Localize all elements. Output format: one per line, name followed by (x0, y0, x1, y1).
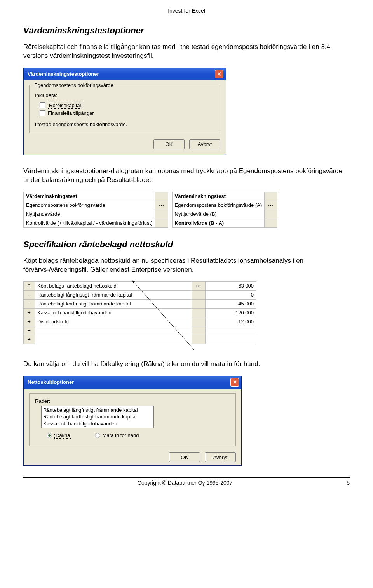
open-dialog-button[interactable]: ⋯ (192, 281, 206, 290)
cell: Räntebelagt kortfristigt främmande kapit… (35, 299, 192, 308)
dialog-title: Värdeminskningstestoptioner (28, 71, 99, 77)
open-dialog-button[interactable]: ⋯ (265, 201, 277, 210)
radio-manual[interactable] (95, 433, 100, 438)
cell: 63 000 (206, 281, 256, 290)
ok-button[interactable]: OK (169, 452, 200, 462)
impairment-options-dialog: Värdeminskningstestoptioner ✕ Egendomspo… (23, 68, 226, 155)
radio-calculate[interactable] (47, 433, 52, 438)
radio-label-calculate: Räkna (54, 432, 71, 439)
close-icon[interactable]: ✕ (215, 70, 223, 78)
groupbox-rows: Rader: Räntebelagt långfristigt främmand… (29, 393, 236, 446)
groupbox-legend: Egendomspostens bokföringsvärde (33, 82, 115, 88)
groupbox-footer-text: i testad egendomsposts bokföringsvärde. (35, 121, 214, 127)
dialog-titlebar: Nettoskuldoptioner ✕ (24, 376, 241, 389)
cell: Nyttjandevärde (B) (172, 210, 265, 219)
section1-heading: Värdeminskningstestoptioner (23, 26, 350, 36)
cell: Värdeminskningstest (24, 192, 155, 201)
list-item: Räntebelagt kortfristigt främmande kapit… (43, 413, 152, 420)
sign-cell: - (24, 290, 35, 299)
cell: Värdeminskningstest (172, 192, 265, 201)
cell: 120 000 (206, 308, 256, 317)
ok-button[interactable]: OK (153, 139, 185, 149)
cell: Nyttjandevärde (24, 210, 155, 219)
cell: Räntebelagt långfristigt främmande kapit… (35, 290, 192, 299)
cell: Egendomspostens bokföringsvärde (A) (172, 201, 265, 210)
impairment-table-right: Värdeminskningstest Egendomspostens bokf… (172, 192, 278, 228)
page-footer: Copyright © Datapartner Oy 1995-2007 5 (23, 477, 350, 486)
checkbox-label-working-capital: Rörelsekapital (48, 102, 82, 109)
nettoskuld-table: ⊟ Köpt bolags räntebelagd nettoskuld ⋯ 6… (23, 281, 256, 344)
section1-para: Rörelsekapital och finansiella tillgånga… (23, 43, 350, 61)
cell: Kontrollvärde (+ tillväxtkapital / - vär… (24, 219, 155, 227)
list-item: Kassa och banktillgodohavanden (43, 420, 152, 427)
cell: -12 000 (206, 317, 256, 326)
cell: Köpt bolags räntebelagd nettoskuld (35, 281, 192, 290)
cancel-button[interactable]: Avbryt (205, 452, 236, 462)
sign-cell: + (24, 308, 35, 317)
para3: Du kan välja om du vill ha förkalkylerin… (23, 360, 350, 369)
cell: Kontrollvärde (B - A) (172, 219, 265, 227)
cell: 0 (206, 290, 256, 299)
checkbox-financial-assets[interactable] (40, 110, 45, 116)
groupbox-book-value: Egendomspostens bokföringsvärde Inkluder… (29, 85, 220, 133)
sign-cell: - (24, 299, 35, 308)
cell: -45 000 (206, 299, 256, 308)
include-label: Inkludera: (35, 92, 214, 98)
page-header: Invest for Excel (23, 8, 350, 14)
cell: Kassa och banktillgodohavanden (35, 308, 192, 317)
para2: Värdeminskningstestoptioner-dialogrutan … (23, 167, 350, 185)
dialog-titlebar: Värdeminskningstestoptioner ✕ (24, 68, 226, 80)
sign-cell: + (24, 317, 35, 326)
dialog-title: Nettoskuldoptioner (28, 379, 74, 385)
radio-label-manual: Mata in för hand (103, 432, 139, 438)
checkbox-working-capital[interactable] (40, 102, 45, 108)
impairment-tables: Värdeminskningstest Egendomspostens bokf… (23, 192, 350, 228)
checkbox-label-financial-assets: Finansiella tillgångar (48, 110, 94, 116)
copyright-text: Copyright © Datapartner Oy 1995-2007 (138, 480, 233, 486)
section2-heading: Specifikation räntebelagd nettoskuld (23, 239, 350, 250)
impairment-table-left: Värdeminskningstest Egendomspostens bokf… (23, 192, 168, 228)
page-number: 5 (347, 480, 350, 486)
list-item: Räntebelagt långfristigt främmande kapit… (43, 407, 152, 414)
nettoskuld-options-dialog: Nettoskuldoptioner ✕ Rader: Räntebelagt … (23, 376, 242, 466)
sign-cell: ± (24, 335, 35, 344)
sign-cell: ± (24, 326, 35, 335)
open-dialog-button[interactable]: ⋯ (155, 201, 168, 210)
section2-para: Köpt bolags räntebelagda nettoskuld an n… (23, 257, 350, 274)
close-icon[interactable]: ✕ (230, 378, 239, 387)
cell: Egendomspostens bokföringsvärde (24, 201, 155, 210)
cell: Dividendskuld (35, 317, 192, 326)
rows-label: Rader: (35, 398, 230, 404)
expand-icon[interactable]: ⊟ (24, 281, 35, 290)
cancel-button[interactable]: Avbryt (189, 139, 220, 149)
rows-listbox[interactable]: Räntebelagt långfristigt främmande kapit… (41, 406, 154, 428)
